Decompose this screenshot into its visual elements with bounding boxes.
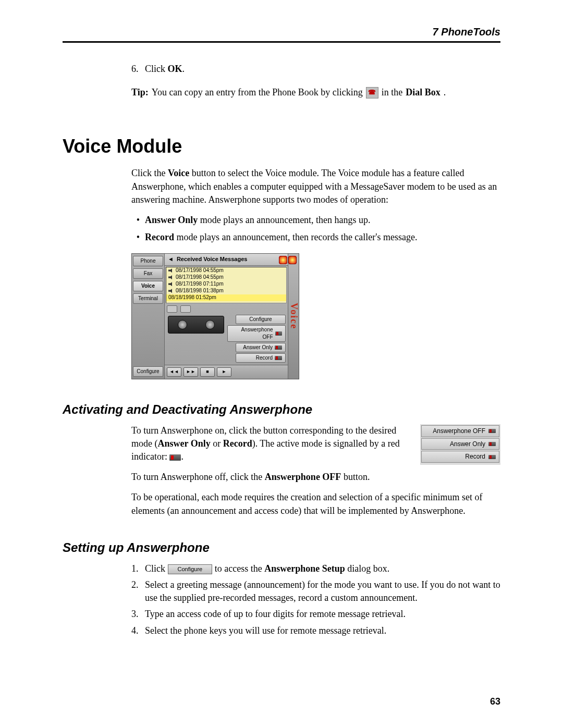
heading-voice-module: Voice Module [63, 135, 500, 157]
list-item[interactable]: 08/17/1998 07:11pm [166, 281, 286, 288]
text: to access the [212, 563, 264, 574]
heading-setting-up: Setting up Answerphone [63, 540, 500, 555]
configure-button[interactable]: Configure [236, 315, 286, 324]
list-item[interactable]: 08/18/1998 01:52pm [166, 294, 286, 301]
back-arrow-icon[interactable]: ◄ [168, 255, 174, 263]
phonebook-copy-icon: ☎ [366, 87, 378, 98]
indicator-icon [275, 356, 282, 360]
ok-label: OK [168, 64, 182, 74]
msg-time: 08/18/1998 01:38pm [176, 287, 224, 294]
tool-icon[interactable] [180, 305, 191, 313]
text: in the [382, 86, 403, 99]
msg-time: 08/17/1998 04:55pm [176, 274, 224, 281]
cassette-reel-icon [178, 320, 187, 329]
text: dialog box. [345, 563, 390, 574]
text: . [181, 451, 183, 462]
answerphone-off-button[interactable]: Answerphone OFF [227, 325, 286, 342]
bullet-answer-only: • Answer Only mode plays an announcement… [131, 214, 500, 227]
step-number: 2. [131, 578, 145, 604]
off-label: Answerphone OFF [265, 472, 341, 482]
text: Type an access code of up to four digits… [145, 608, 500, 621]
text: Select the phone keys you will use for r… [145, 624, 500, 637]
step-number: 6. [131, 63, 145, 76]
list-tools [165, 303, 288, 315]
list-item[interactable]: 08/17/1998 04:55pm [166, 267, 286, 274]
list-item[interactable]: 08/18/1998 01:38pm [166, 288, 286, 294]
tab-terminal[interactable]: Terminal [133, 293, 163, 304]
record-button[interactable]: Record [421, 451, 499, 463]
messages-list[interactable]: 08/17/1998 04:55pm 08/17/1998 04:55pm 08… [166, 267, 287, 303]
indicator-icon [488, 442, 496, 446]
play-button[interactable]: ► [217, 367, 231, 377]
title-text: Received Voice Messages [177, 255, 248, 263]
mode-name: Answer Only [157, 438, 210, 449]
text: Select a greeting message (announcement)… [145, 578, 500, 604]
text: . [182, 64, 185, 74]
page-header: 7 PhoneTools [63, 26, 500, 43]
speaker-icon [168, 268, 174, 273]
window-button-icon[interactable] [288, 256, 297, 264]
activate-paragraph-3: To be operational, each mode requires th… [131, 491, 500, 517]
cassette-graphic [168, 316, 224, 334]
text: You can copy an entry from the Phone Boo… [152, 86, 363, 99]
mode-name: Answer Only [145, 215, 198, 225]
heading-activating: Activating and Deactivating Answerphone [63, 402, 500, 417]
tool-icon[interactable] [167, 305, 177, 313]
answer-only-button[interactable]: Answer Only [236, 343, 286, 352]
speaker-icon [168, 275, 174, 279]
module-edge: Voice [288, 254, 299, 378]
configure-button[interactable]: Configure [168, 564, 213, 574]
msg-time: 08/18/1998 01:52pm [168, 294, 216, 301]
intro-paragraph: Click the Voice button to select the Voi… [131, 167, 500, 206]
cassette-reel-icon [205, 320, 215, 329]
step-number: 3. [131, 608, 145, 621]
record-button[interactable]: Record [236, 353, 286, 363]
stop-button[interactable]: ■ [200, 367, 215, 377]
bullet-record: • Record mode plays an announcement, the… [131, 231, 500, 244]
messages-title: ◄ Received Voice Messages [165, 254, 288, 265]
mode-button-stack: Answerphone OFF Answer Only Record [420, 424, 500, 465]
answerphone-off-button[interactable]: Answerphone OFF [421, 425, 499, 437]
text: button. [341, 472, 370, 482]
activate-paragraph-2: To turn Answerphone off, click the Answe… [131, 471, 500, 484]
answer-only-button[interactable]: Answer Only [421, 438, 499, 450]
label: Answer Only [450, 440, 485, 449]
tab-configure[interactable]: Configure [133, 366, 163, 377]
voice-label: Voice [168, 168, 189, 178]
msg-time: 08/17/1998 07:11pm [176, 280, 224, 288]
indicator-icon [488, 429, 496, 433]
setup-step-3: 3. Type an access code of up to four dig… [131, 608, 500, 621]
indicator-icon [275, 346, 282, 350]
step-number: 4. [131, 624, 145, 637]
bullet-marker: • [131, 214, 145, 227]
label: Record [465, 452, 485, 461]
text: Click [145, 64, 168, 74]
indicator-icon [275, 331, 282, 336]
list-item[interactable]: 08/17/1998 04:55pm [166, 274, 286, 281]
speaker-icon [168, 289, 174, 293]
msg-time: 08/17/1998 04:55pm [176, 267, 224, 274]
step-6: 6. Click OK. [131, 63, 500, 76]
bullet-marker: • [131, 231, 145, 244]
setup-step-1: 1. Click Configure to access the Answerp… [131, 562, 500, 575]
window-button-icon[interactable] [279, 256, 287, 264]
text: To turn Answerphone off, click the [131, 472, 265, 482]
tip-line: Tip: You can copy an entry from the Phon… [131, 86, 500, 99]
tab-phone[interactable]: Phone [133, 256, 163, 266]
text: or [211, 438, 223, 449]
playback-controls: ◄◄ ►► ■ ► [165, 365, 288, 379]
tab-fax[interactable]: Fax [133, 268, 163, 279]
fastforward-button[interactable]: ►► [183, 367, 198, 377]
tab-voice[interactable]: Voice [133, 281, 163, 291]
setup-step-2: 2. Select a greeting message (announceme… [131, 578, 500, 604]
setup-step-4: 4. Select the phone keys you will use fo… [131, 624, 500, 637]
mode-name: Record [223, 438, 252, 449]
window-controls [279, 256, 297, 264]
voice-vertical-label: Voice [287, 303, 300, 329]
label: Answerphone OFF [433, 427, 485, 436]
label: Answerphone OFF [231, 326, 273, 341]
label: Record [256, 354, 273, 362]
text: mode plays an announcement, then hangs u… [198, 215, 370, 225]
mode-name: Record [145, 232, 174, 242]
rewind-button[interactable]: ◄◄ [167, 367, 181, 377]
